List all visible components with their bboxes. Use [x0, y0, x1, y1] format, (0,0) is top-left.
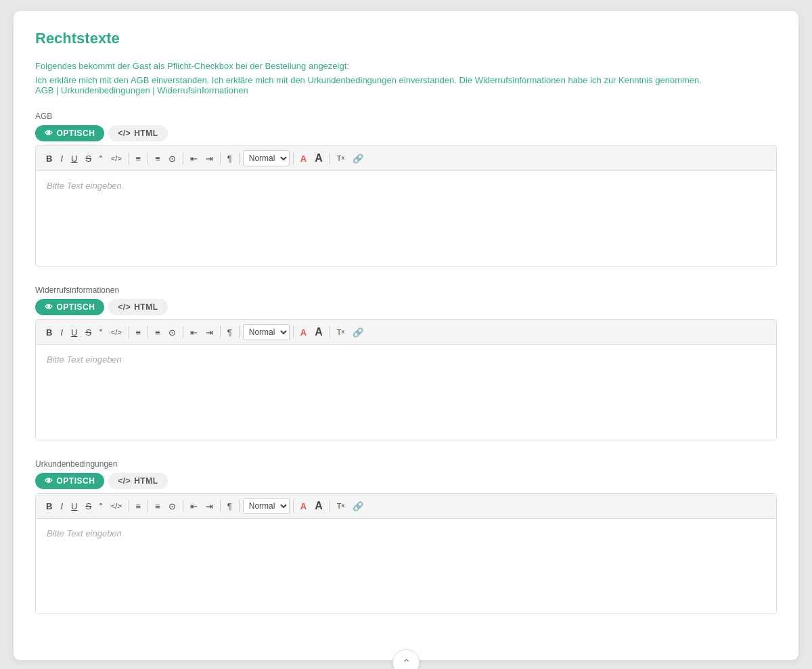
bold-btn-urkundenbedingungen[interactable]: B — [43, 500, 55, 513]
code-icon-urkundenbedingungen: </> — [118, 476, 131, 486]
section-label-urkundenbedingungen: Urkundenbedingungen — [35, 459, 777, 469]
indent-left-btn-widerruf[interactable]: ⇤ — [187, 326, 201, 339]
code-btn-widerruf[interactable]: </> — [108, 327, 125, 338]
italic-btn-agb[interactable]: I — [57, 152, 66, 165]
code-btn-agb[interactable]: </> — [108, 153, 125, 164]
link-urkundenbedingungen[interactable]: Urkundenbedingungen — [61, 85, 150, 95]
editor-urkundenbedingungen: B I U S " </> ≡ ≡ ⊙ ⇤ ⇥ ¶ Normal H1 — [35, 493, 777, 614]
scroll-top-button[interactable]: ⌃ — [392, 649, 420, 669]
bold-btn-agb[interactable]: B — [43, 152, 55, 165]
strikethrough-btn-agb[interactable]: S — [82, 152, 95, 165]
consent-links-row: Ich erkläre mich mit den AGB einverstand… — [35, 75, 777, 95]
align-btn-agb[interactable]: ≡ — [133, 152, 145, 165]
blockquote-btn-urkundenbedingungen[interactable]: " — [96, 500, 106, 513]
paragraph-btn-urkundenbedingungen[interactable]: ¶ — [224, 500, 235, 513]
tab-row-widerruf: 👁 OPTISCH </> HTML — [35, 299, 777, 315]
toolbar-agb: B I U S " </> ≡ ≡ ⊙ ⇤ ⇥ ¶ Normal H1 — [36, 146, 776, 171]
editor-widerruf: B I U S " </> ≡ ≡ ⊙ ⇤ ⇥ ¶ Normal H1 — [35, 319, 777, 440]
ol-btn-agb[interactable]: ≡ — [152, 152, 164, 165]
code-btn-urkundenbedingungen[interactable]: </> — [108, 501, 125, 512]
link-btn-agb[interactable]: 🔗 — [349, 152, 367, 165]
align-btn-widerruf[interactable]: ≡ — [133, 326, 145, 339]
tab-html-widerruf[interactable]: </> HTML — [108, 299, 167, 315]
indent-right-btn-agb[interactable]: ⇥ — [202, 152, 217, 165]
indent-right-btn-urkundenbedingungen[interactable]: ⇥ — [202, 500, 217, 513]
blockquote-btn-agb[interactable]: " — [96, 152, 106, 165]
toolbar-widerruf: B I U S " </> ≡ ≡ ⊙ ⇤ ⇥ ¶ Normal H1 — [36, 320, 776, 345]
link-btn-urkundenbedingungen[interactable]: 🔗 — [349, 500, 367, 513]
fontsize-btn-urkundenbedingungen[interactable]: A — [311, 499, 326, 513]
indent-left-btn-agb[interactable]: ⇤ — [187, 152, 201, 165]
eye-icon-widerruf: 👁 — [45, 302, 53, 312]
format-select-agb[interactable]: Normal H1 H2 H3 — [243, 150, 290, 166]
clearformat-btn-widerruf[interactable]: Tx — [334, 327, 348, 338]
bold-btn-widerruf[interactable]: B — [43, 326, 55, 339]
section-agb: AGB 👁 OPTISCH </> HTML B I U S " </> ≡ — [35, 112, 777, 267]
indent-left-btn-urkundenbedingungen[interactable]: ⇤ — [187, 500, 201, 513]
italic-btn-urkundenbedingungen[interactable]: I — [57, 500, 66, 513]
format-select-widerruf[interactable]: Normal H1 H2 H3 — [243, 324, 290, 340]
section-urkundenbedingungen: Urkundenbedingungen 👁 OPTISCH </> HTML B… — [35, 459, 777, 614]
clearformat-btn-urkundenbedingungen[interactable]: Tx — [334, 501, 348, 512]
ul-btn-widerruf[interactable]: ⊙ — [165, 326, 179, 339]
italic-btn-widerruf[interactable]: I — [57, 326, 66, 339]
tab-optisch-agb[interactable]: 👁 OPTISCH — [35, 125, 104, 141]
fontsize-btn-widerruf[interactable]: A — [311, 325, 326, 340]
paragraph-btn-widerruf[interactable]: ¶ — [224, 326, 235, 339]
strikethrough-btn-urkundenbedingungen[interactable]: S — [82, 500, 95, 513]
link-agb[interactable]: AGB — [35, 85, 53, 95]
blockquote-btn-widerruf[interactable]: " — [96, 326, 106, 339]
underline-btn-urkundenbedingungen[interactable]: U — [68, 500, 81, 513]
code-icon-agb: </> — [118, 129, 131, 138]
main-card: Rechtstexte Folgendes bekommt der Gast a… — [14, 11, 798, 660]
fontcolor-btn-urkundenbedingungen[interactable]: A — [297, 500, 310, 513]
paragraph-btn-agb[interactable]: ¶ — [224, 152, 235, 165]
section-widerruf: Widerrufsinformationen 👁 OPTISCH </> HTM… — [35, 285, 777, 440]
fontsize-btn-agb[interactable]: A — [311, 151, 326, 166]
info-text: Folgendes bekommt der Gast als Pflicht-C… — [35, 61, 777, 71]
link-widerrufsinformationen[interactable]: Widerrufsinformationen — [157, 85, 248, 95]
tab-row-agb: 👁 OPTISCH </> HTML — [35, 125, 777, 141]
link-btn-widerruf[interactable]: 🔗 — [349, 326, 367, 339]
fontcolor-btn-agb[interactable]: A — [297, 152, 310, 165]
tab-row-urkundenbedingungen: 👁 OPTISCH </> HTML — [35, 473, 777, 489]
editor-body-widerruf[interactable]: Bitte Text eingeben — [36, 345, 776, 440]
section-label-widerruf: Widerrufsinformationen — [35, 285, 777, 295]
underline-btn-agb[interactable]: U — [68, 152, 81, 165]
ol-btn-urkundenbedingungen[interactable]: ≡ — [152, 500, 164, 513]
eye-icon-agb: 👁 — [45, 129, 53, 138]
clearformat-btn-agb[interactable]: Tx — [334, 153, 348, 164]
consent-text: Ich erkläre mich mit den AGB einverstand… — [35, 75, 702, 85]
format-select-urkundenbedingungen[interactable]: Normal H1 H2 H3 — [243, 498, 290, 514]
page-title: Rechtstexte — [35, 30, 777, 47]
tab-html-agb[interactable]: </> HTML — [108, 125, 167, 141]
eye-icon-urkundenbedingungen: 👁 — [45, 476, 53, 486]
toolbar-urkundenbedingungen: B I U S " </> ≡ ≡ ⊙ ⇤ ⇥ ¶ Normal H1 — [36, 494, 776, 519]
editor-body-agb[interactable]: Bitte Text eingeben — [36, 171, 776, 266]
ul-btn-urkundenbedingungen[interactable]: ⊙ — [165, 500, 179, 513]
editor-agb: B I U S " </> ≡ ≡ ⊙ ⇤ ⇥ ¶ Normal H1 — [35, 145, 777, 267]
align-btn-urkundenbedingungen[interactable]: ≡ — [133, 500, 145, 513]
ol-btn-widerruf[interactable]: ≡ — [152, 326, 164, 339]
tab-optisch-urkundenbedingungen[interactable]: 👁 OPTISCH — [35, 473, 104, 489]
tab-html-urkundenbedingungen[interactable]: </> HTML — [108, 473, 167, 489]
strikethrough-btn-widerruf[interactable]: S — [82, 326, 95, 339]
ul-btn-agb[interactable]: ⊙ — [165, 152, 179, 165]
underline-btn-widerruf[interactable]: U — [68, 326, 81, 339]
chevron-up-icon: ⌃ — [402, 657, 411, 670]
code-icon-widerruf: </> — [118, 302, 131, 312]
editor-body-urkundenbedingungen[interactable]: Bitte Text eingeben — [36, 519, 776, 614]
section-label-agb: AGB — [35, 112, 777, 121]
fontcolor-btn-widerruf[interactable]: A — [297, 326, 310, 339]
tab-optisch-widerruf[interactable]: 👁 OPTISCH — [35, 299, 104, 315]
indent-right-btn-widerruf[interactable]: ⇥ — [202, 326, 217, 339]
